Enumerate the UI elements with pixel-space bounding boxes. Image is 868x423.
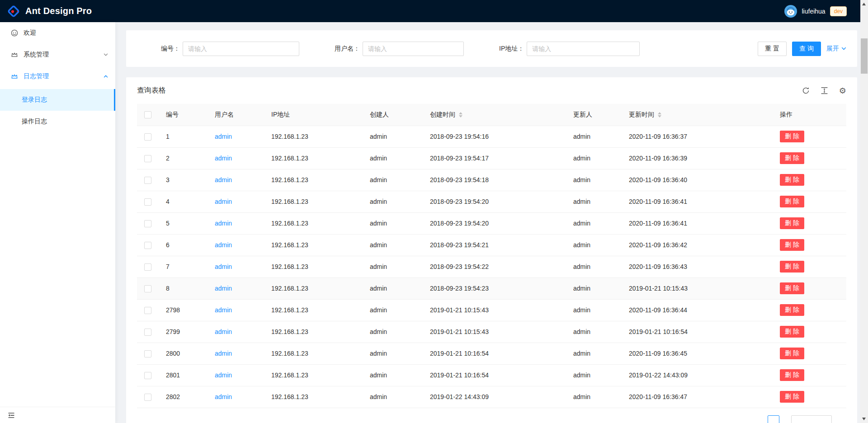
username-input[interactable] <box>363 42 464 56</box>
username-link[interactable]: admin <box>215 155 232 162</box>
settings-gear-icon[interactable]: ⚙ <box>839 87 846 94</box>
sort-carets-icon[interactable] <box>658 112 661 118</box>
username-link[interactable]: admin <box>215 220 232 227</box>
page-size-select[interactable] <box>791 415 832 423</box>
logo-area[interactable]: Ant Design Pro <box>7 5 92 18</box>
chevron-up-icon <box>104 74 108 79</box>
row-checkbox[interactable] <box>144 198 151 206</box>
cell-creator: admin <box>363 256 423 277</box>
ip-input[interactable] <box>527 42 640 56</box>
sidebar-collapse-trigger[interactable] <box>0 407 115 423</box>
chevron-down-icon <box>841 46 846 51</box>
cell-updated-at: 2020-11-09 16:36:40 <box>622 169 773 191</box>
table-header-row: 编号 用户名 IP地址 创建人 创建时间 更新人 更新时间 操作 <box>137 104 846 126</box>
username-link[interactable]: admin <box>215 285 232 292</box>
cell-updated-at: 2020-11-09 16:36:41 <box>622 212 773 234</box>
cell-actions: 删 除 <box>773 147 846 169</box>
username-link[interactable]: admin <box>215 350 232 357</box>
username-link[interactable]: admin <box>215 241 232 249</box>
username-link[interactable]: admin <box>215 263 232 270</box>
delete-button[interactable]: 删 除 <box>780 217 804 229</box>
row-checkbox[interactable] <box>144 220 151 227</box>
sidebar-item-login-log[interactable]: 登录日志 <box>0 89 115 111</box>
delete-button[interactable]: 删 除 <box>780 261 804 273</box>
cell-actions: 删 除 <box>773 212 846 234</box>
cell-actions: 删 除 <box>773 277 846 299</box>
username-link[interactable]: admin <box>215 198 232 205</box>
sort-carets-icon[interactable] <box>459 112 462 118</box>
form-item-ip: IP地址： <box>499 42 640 56</box>
delete-button[interactable]: 删 除 <box>780 152 804 164</box>
cell-ip: 192.168.1.23 <box>264 386 363 408</box>
row-checkbox[interactable] <box>144 155 151 162</box>
sidebar-item-label: 欢迎 <box>24 29 36 37</box>
search-filter-card: 编号： 用户名： IP地址： 重 置 查 询 展开 <box>126 30 857 67</box>
username-link[interactable]: admin <box>215 176 232 183</box>
delete-button[interactable]: 删 除 <box>780 391 804 403</box>
delete-button[interactable]: 删 除 <box>780 348 804 359</box>
scrollbar-thumb[interactable] <box>861 38 868 74</box>
username-link[interactable]: admin <box>215 133 232 140</box>
column-header-updated-at[interactable]: 更新时间 <box>622 104 773 126</box>
table-row: 5admin192.168.1.23admin2018-09-23 19:54:… <box>137 212 846 234</box>
scrollbar-up-arrow-icon[interactable] <box>862 3 866 5</box>
expand-toggle[interactable]: 展开 <box>826 45 846 53</box>
row-checkbox[interactable] <box>144 177 151 184</box>
row-checkbox[interactable] <box>144 133 151 141</box>
delete-button[interactable]: 删 除 <box>780 369 804 381</box>
table-row: 2802admin192.168.1.23admin2019-01-22 14:… <box>137 386 846 408</box>
cell-created-at: 2019-01-21 10:15:43 <box>423 299 566 321</box>
pagination <box>126 415 832 423</box>
row-checkbox[interactable] <box>144 350 151 357</box>
sidebar-item-log-management[interactable]: 日志管理 <box>0 67 115 85</box>
id-input[interactable] <box>183 42 299 56</box>
select-all-checkbox[interactable] <box>144 111 151 118</box>
main-content: 编号： 用户名： IP地址： 重 置 查 询 展开 <box>115 22 868 423</box>
row-checkbox[interactable] <box>144 285 151 292</box>
cell-actions: 删 除 <box>773 169 846 191</box>
form-item-id: 编号： <box>161 42 299 56</box>
cell-ip: 192.168.1.23 <box>264 212 363 234</box>
cell-updater: admin <box>566 277 622 299</box>
scrollbar-down-arrow-icon[interactable] <box>862 418 866 420</box>
column-header-username: 用户名 <box>208 104 264 126</box>
delete-button[interactable]: 删 除 <box>780 326 804 338</box>
cell-updated-at: 2020-11-09 16:36:45 <box>622 343 773 364</box>
cell-updated-at: 2020-11-09 16:36:39 <box>622 147 773 169</box>
delete-button[interactable]: 删 除 <box>780 174 804 186</box>
pagination-page-1[interactable] <box>768 415 779 423</box>
column-header-id: 编号 <box>159 104 208 126</box>
reset-button[interactable]: 重 置 <box>758 42 787 56</box>
cell-updater: admin <box>566 126 622 147</box>
sidebar-item-welcome[interactable]: 欢迎 <box>0 24 115 42</box>
sidebar-item-system-management[interactable]: 系统管理 <box>0 46 115 64</box>
user-area[interactable]: liufeihua dev <box>784 5 847 18</box>
username-link[interactable]: admin <box>215 393 232 400</box>
cell-updated-at: 2020-11-09 16:36:44 <box>622 299 773 321</box>
cell-updated-at: 2019-01-21 10:15:43 <box>622 277 773 299</box>
column-header-actions: 操作 <box>773 104 846 126</box>
column-header-created-at[interactable]: 创建时间 <box>423 104 566 126</box>
row-checkbox[interactable] <box>144 307 151 314</box>
delete-button[interactable]: 删 除 <box>780 196 804 207</box>
row-checkbox[interactable] <box>144 394 151 401</box>
delete-button[interactable]: 删 除 <box>780 131 804 142</box>
delete-button[interactable]: 删 除 <box>780 239 804 251</box>
row-checkbox[interactable] <box>144 242 151 249</box>
column-height-icon[interactable] <box>821 87 828 94</box>
username-link[interactable]: admin <box>215 371 232 379</box>
username-link[interactable]: admin <box>215 328 232 335</box>
query-button[interactable]: 查 询 <box>792 42 821 56</box>
cell-updated-at: 2020-11-09 16:36:37 <box>622 126 773 147</box>
delete-button[interactable]: 删 除 <box>780 282 804 294</box>
reload-icon[interactable] <box>802 87 810 94</box>
row-checkbox[interactable] <box>144 372 151 379</box>
sidebar-item-operation-log[interactable]: 操作日志 <box>0 113 115 131</box>
window-scrollbar[interactable] <box>860 0 868 423</box>
query-table-card: 查询表格 ⚙ <box>126 77 857 423</box>
row-checkbox[interactable] <box>144 329 151 336</box>
row-checkbox[interactable] <box>144 263 151 271</box>
cell-id: 2 <box>159 147 208 169</box>
username-link[interactable]: admin <box>215 306 232 314</box>
delete-button[interactable]: 删 除 <box>780 304 804 316</box>
